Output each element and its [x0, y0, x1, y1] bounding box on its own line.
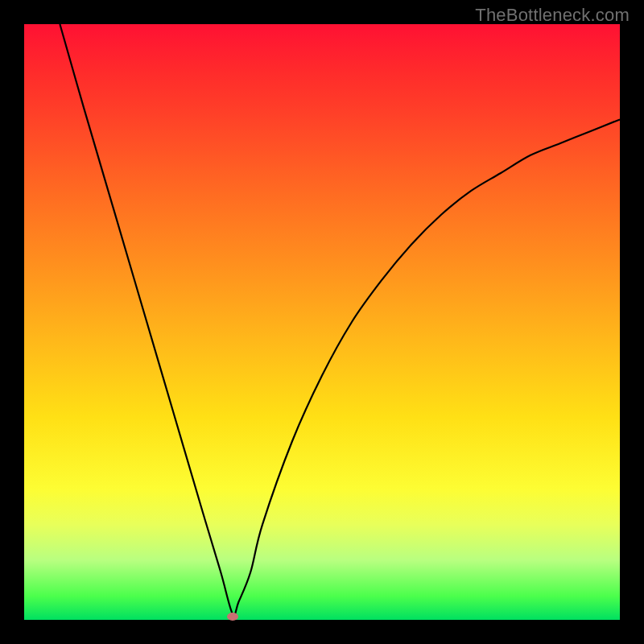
curve-path [60, 24, 620, 615]
chart-plot-area [24, 24, 620, 620]
bottleneck-curve [24, 24, 620, 620]
minimum-marker [227, 613, 238, 621]
watermark-text: TheBottleneck.com [475, 5, 630, 26]
